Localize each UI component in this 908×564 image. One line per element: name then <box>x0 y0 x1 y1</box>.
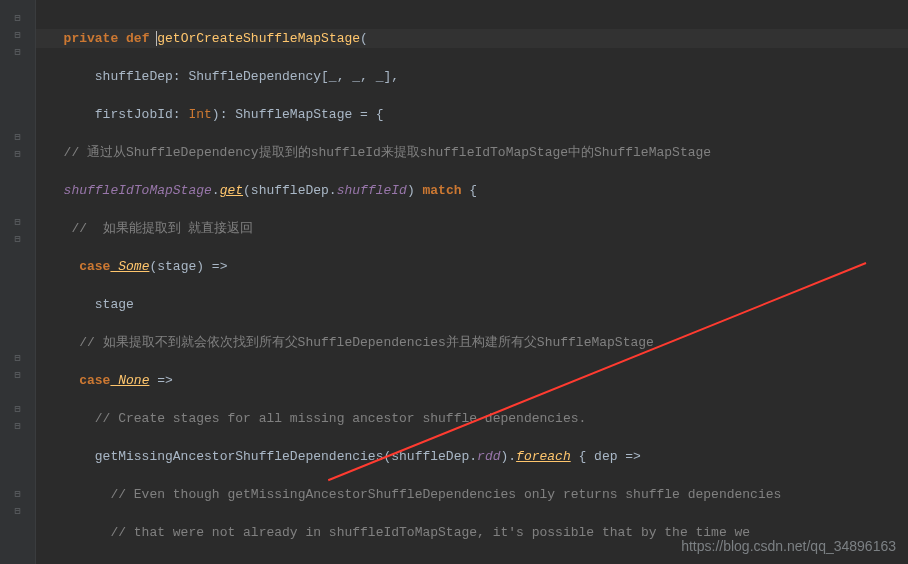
fold-icon[interactable]: ⊟ <box>11 488 25 502</box>
fold-icon <box>11 250 25 264</box>
fold-icon <box>11 97 25 111</box>
fold-icon <box>11 284 25 298</box>
fold-icon <box>11 267 25 281</box>
fold-icon <box>11 335 25 349</box>
fold-icon[interactable]: ⊟ <box>11 369 25 383</box>
fold-icon[interactable]: ⊟ <box>11 29 25 43</box>
fold-icon <box>11 386 25 400</box>
editor-container: ⊟ ⊟ ⊟ ⊟ ⊟ ⊟ ⊟ ⊟ ⊟ ⊟ ⊟ ⊟ ⊟ private def ge… <box>0 0 908 564</box>
method-foreach: foreach <box>516 449 571 464</box>
fold-icon <box>11 80 25 94</box>
fold-icon <box>11 63 25 77</box>
fold-icon <box>11 114 25 128</box>
code-line[interactable]: shuffleIdToMapStage.get(shuffleDep.shuff… <box>48 181 908 200</box>
code-line[interactable]: case Some(stage) => <box>48 257 908 276</box>
code-comment[interactable]: // 通过从ShuffleDependency提取到的shuffleId来提取s… <box>48 143 908 162</box>
keyword-def: def <box>126 31 149 46</box>
method-get: get <box>220 183 243 198</box>
fold-icon <box>11 165 25 179</box>
code-comment[interactable]: // 如果提取不到就会依次找到所有父ShuffleDependencies并且构… <box>48 333 908 352</box>
method-name: getOrCreateShuffleMapStage <box>157 31 360 46</box>
gutter: ⊟ ⊟ ⊟ ⊟ ⊟ ⊟ ⊟ ⊟ ⊟ ⊟ ⊟ ⊟ ⊟ <box>0 0 36 564</box>
fold-icon[interactable]: ⊟ <box>11 420 25 434</box>
code-line[interactable]: getMissingAncestorShuffleDependencies(sh… <box>48 447 908 466</box>
keyword-match: match <box>423 183 462 198</box>
type-int: Int <box>188 107 211 122</box>
code-line[interactable]: private def getOrCreateShuffleMapStage( <box>36 29 908 48</box>
fold-icon[interactable]: ⊟ <box>11 148 25 162</box>
fold-icon <box>11 301 25 315</box>
code-line[interactable]: firstJobId: Int): ShuffleMapStage = { <box>48 105 908 124</box>
code-line[interactable]: shuffleDep: ShuffleDependency[_, _, _], <box>48 67 908 86</box>
fold-icon[interactable]: ⊟ <box>11 352 25 366</box>
code-line[interactable]: stage <box>48 295 908 314</box>
watermark-text: https://blog.csdn.net/qq_34896163 <box>681 537 896 556</box>
code-area[interactable]: private def getOrCreateShuffleMapStage( … <box>36 0 908 564</box>
fold-icon[interactable]: ⊟ <box>11 12 25 26</box>
fold-icon <box>11 471 25 485</box>
fold-icon <box>11 454 25 468</box>
fold-icon <box>11 437 25 451</box>
code-comment[interactable]: // Create stages for all missing ancesto… <box>48 409 908 428</box>
fold-icon[interactable]: ⊟ <box>11 216 25 230</box>
fold-icon <box>11 318 25 332</box>
code-comment[interactable]: // 如果能提取到 就直接返回 <box>48 219 908 238</box>
fold-icon[interactable]: ⊟ <box>11 403 25 417</box>
code-line[interactable]: case None => <box>48 371 908 390</box>
fold-icon[interactable]: ⊟ <box>11 505 25 519</box>
pattern-some: Some <box>110 259 149 274</box>
code-comment[interactable]: // Even though getMissingAncestorShuffle… <box>48 485 908 504</box>
fold-icon[interactable]: ⊟ <box>11 46 25 60</box>
fold-icon[interactable]: ⊟ <box>11 233 25 247</box>
pattern-none: None <box>110 373 149 388</box>
fold-icon[interactable]: ⊟ <box>11 131 25 145</box>
fold-icon <box>11 199 25 213</box>
keyword-private: private <box>64 31 119 46</box>
fold-icon <box>11 182 25 196</box>
